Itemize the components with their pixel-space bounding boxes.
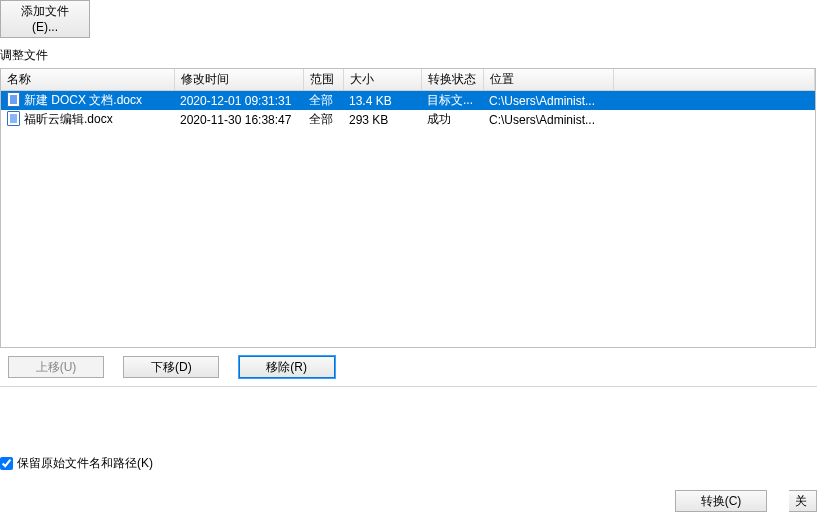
- close-button[interactable]: 关: [789, 490, 817, 512]
- cell-range: 全部: [303, 110, 343, 129]
- col-header-location[interactable]: 位置: [483, 69, 613, 91]
- col-header-pad: [613, 69, 815, 91]
- keep-original-path-input[interactable]: [0, 457, 13, 470]
- cell-location: C:\Users\Administ...: [483, 110, 613, 129]
- section-title: 调整文件: [0, 41, 817, 68]
- cell-mtime: 2020-12-01 09:31:31: [174, 91, 303, 111]
- col-header-size[interactable]: 大小: [343, 69, 421, 91]
- cell-size: 293 KB: [343, 110, 421, 129]
- move-up-button[interactable]: 上移(U): [8, 356, 104, 378]
- col-header-name[interactable]: 名称: [1, 69, 174, 91]
- cell-location: C:\Users\Administ...: [483, 91, 613, 111]
- cell-range: 全部: [303, 91, 343, 111]
- table-header-row: 名称 修改时间 范围 大小 转换状态 位置: [1, 69, 815, 91]
- move-down-button[interactable]: 下移(D): [123, 356, 219, 378]
- table-row[interactable]: 新建 DOCX 文档.docx 2020-12-01 09:31:31 全部 1…: [1, 91, 815, 111]
- keep-original-path-checkbox[interactable]: 保留原始文件名和路径(K): [0, 455, 153, 472]
- cell-name: 福昕云编辑.docx: [1, 110, 174, 129]
- add-file-button[interactable]: 添加文件(E)...: [0, 0, 90, 38]
- cell-size: 13.4 KB: [343, 91, 421, 111]
- doc-icon: [7, 111, 20, 126]
- doc-icon: [7, 92, 20, 107]
- col-header-range[interactable]: 范围: [303, 69, 343, 91]
- remove-button[interactable]: 移除(R): [239, 356, 335, 378]
- col-header-mtime[interactable]: 修改时间: [174, 69, 303, 91]
- cell-status: 成功: [421, 110, 483, 129]
- file-grid: 名称 修改时间 范围 大小 转换状态 位置 新建 DOCX 文档.docx 20…: [0, 68, 816, 348]
- col-header-status[interactable]: 转换状态: [421, 69, 483, 91]
- cell-mtime: 2020-11-30 16:38:47: [174, 110, 303, 129]
- separator: [0, 386, 817, 387]
- keep-original-path-label: 保留原始文件名和路径(K): [17, 455, 153, 472]
- cell-status: 目标文...: [421, 91, 483, 111]
- cell-name: 新建 DOCX 文档.docx: [1, 91, 174, 111]
- table-row[interactable]: 福昕云编辑.docx 2020-11-30 16:38:47 全部 293 KB…: [1, 110, 815, 129]
- convert-button[interactable]: 转换(C): [675, 490, 767, 512]
